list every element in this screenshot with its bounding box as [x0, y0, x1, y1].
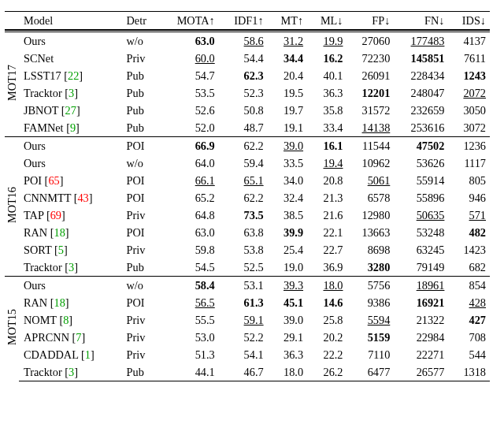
table-cell: 64.8: [159, 206, 219, 224]
table-cell: 35.8: [307, 102, 346, 119]
table-cell: 47502: [394, 137, 448, 155]
table-cell: 62.3: [219, 67, 268, 84]
model-cell: Tracktor [3]: [19, 84, 123, 102]
citation-ref[interactable]: 3: [69, 366, 74, 378]
table-cell: 946: [448, 189, 490, 206]
table-cell: 16921: [394, 294, 448, 311]
citation-ref[interactable]: 27: [65, 104, 76, 117]
table-cell: 1318: [448, 363, 490, 381]
table-cell: 14138: [347, 119, 395, 136]
table-cell: 36.3: [307, 84, 346, 102]
group-label: MOT15: [5, 277, 19, 381]
table-row: Tracktor [3]Pub44.146.718.026.2647726577…: [5, 363, 490, 381]
citation-ref[interactable]: 8: [63, 314, 69, 326]
citation-ref[interactable]: 43: [77, 192, 88, 204]
model-cell: POI [65]: [19, 172, 123, 189]
table-cell: 253616: [394, 119, 448, 136]
model-cell: Ours: [19, 137, 123, 155]
table-cell: 544: [448, 346, 490, 363]
group-label: MOT17: [5, 32, 19, 137]
citation-ref[interactable]: 3: [69, 261, 74, 273]
table-cell: 22271: [394, 346, 448, 363]
table-row: NOMT [8]Priv55.559.139.025.8559421322427: [5, 311, 490, 329]
detr-cell: Priv: [123, 311, 159, 329]
table-cell: 16.2: [307, 50, 346, 67]
table-cell: 44.1: [159, 363, 219, 381]
citation-ref[interactable]: 18: [54, 226, 65, 239]
citation-ref[interactable]: 69: [50, 209, 61, 221]
table-cell: 21322: [394, 311, 448, 329]
table-cell: 36.3: [268, 346, 307, 363]
citation-ref[interactable]: 18: [54, 296, 65, 309]
model-cell: SORT [5]: [19, 241, 123, 259]
model-cell: LSST17 [22]: [19, 67, 123, 84]
table-cell: 79149: [394, 259, 448, 276]
table-cell: 31572: [347, 102, 395, 119]
citation-ref[interactable]: 1: [85, 348, 91, 361]
citation-ref[interactable]: 22: [68, 69, 79, 82]
table-cell: 18.0: [307, 277, 346, 295]
table-cell: 12980: [347, 206, 395, 224]
table-cell: 63.0: [159, 32, 219, 50]
table-cell: 39.9: [268, 224, 307, 241]
table-cell: 5061: [347, 172, 395, 189]
table-cell: 34.4: [268, 50, 307, 67]
table-cell: 4137: [448, 32, 490, 50]
table-cell: 39.0: [268, 311, 307, 329]
detr-cell: Priv: [123, 206, 159, 224]
model-cell: Tracktor [3]: [19, 259, 123, 276]
citation-ref[interactable]: 65: [48, 174, 59, 187]
citation-ref[interactable]: 5: [58, 244, 64, 256]
table-cell: 682: [448, 259, 490, 276]
table-cell: 427: [448, 311, 490, 329]
table-row: SCNetPriv60.054.434.416.2722301458517611: [5, 50, 490, 67]
citation-ref[interactable]: 7: [76, 331, 81, 344]
table-cell: 11544: [347, 137, 395, 155]
table-cell: 55.5: [159, 311, 219, 329]
table-cell: 1423: [448, 241, 490, 259]
table-cell: 22.2: [307, 346, 346, 363]
table-cell: 52.3: [219, 84, 268, 102]
citation-ref[interactable]: 3: [69, 87, 74, 99]
model-cell: SCNet: [19, 50, 123, 67]
table-cell: 55914: [394, 172, 448, 189]
table-cell: 1117: [448, 154, 490, 172]
table-cell: 20.2: [307, 329, 346, 346]
table-cell: 26.2: [307, 363, 346, 381]
model-cell: JBNOT [27]: [19, 102, 123, 119]
table-cell: 62.2: [219, 189, 268, 206]
table-cell: 571: [448, 206, 490, 224]
table-body: MOT17Oursw/o63.058.631.219.9270601774834…: [5, 30, 490, 381]
table-cell: 53.0: [159, 329, 219, 346]
model-cell: RAN [18]: [19, 224, 123, 241]
detr-cell: POI: [123, 137, 159, 155]
table-row: APRCNN [7]Priv53.052.229.120.25159229847…: [5, 329, 490, 346]
detr-cell: Pub: [123, 119, 159, 136]
col-model: Model: [19, 12, 123, 30]
table-cell: 8698: [347, 241, 395, 259]
model-cell: Tracktor [3]: [19, 363, 123, 381]
table-cell: 58.6: [219, 32, 268, 50]
model-cell: NOMT [8]: [19, 311, 123, 329]
table-cell: 61.3: [219, 294, 268, 311]
table-row: TAP [69]Priv64.873.538.521.6129805063557…: [5, 206, 490, 224]
table-cell: 19.1: [268, 119, 307, 136]
table-cell: 5159: [347, 329, 395, 346]
table-cell: 52.0: [159, 119, 219, 136]
table-row: Oursw/o64.059.433.519.410962536261117: [5, 154, 490, 172]
table-cell: 5756: [347, 277, 395, 295]
detr-cell: POI: [123, 189, 159, 206]
table-cell: 59.1: [219, 311, 268, 329]
citation-ref[interactable]: 9: [70, 121, 76, 134]
table-cell: 38.5: [268, 206, 307, 224]
table-cell: 22.7: [307, 241, 346, 259]
detr-cell: w/o: [123, 154, 159, 172]
table-cell: 73.5: [219, 206, 268, 224]
table-cell: 59.4: [219, 154, 268, 172]
table-row: RAN [18]POI63.063.839.922.11366353248482: [5, 224, 490, 241]
table-cell: 45.1: [268, 294, 307, 311]
table-cell: 482: [448, 224, 490, 241]
table-cell: 36.9: [307, 259, 346, 276]
detr-cell: POI: [123, 294, 159, 311]
table-cell: 708: [448, 329, 490, 346]
